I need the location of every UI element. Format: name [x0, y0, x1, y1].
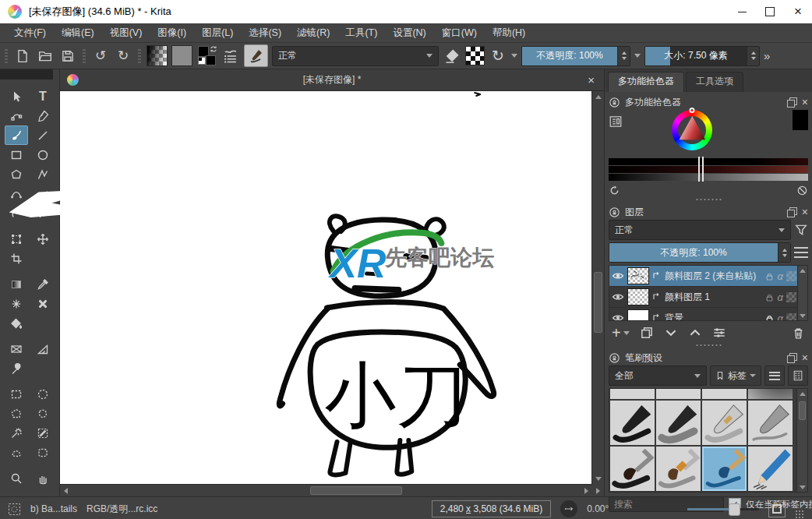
brush-preset-tile[interactable]: [702, 388, 747, 399]
color-bar-3[interactable]: [609, 174, 808, 181]
layer-options-menu-icon[interactable]: [794, 247, 808, 258]
tool-bezier-curve[interactable]: [5, 184, 28, 203]
tool-pan[interactable]: [31, 468, 55, 488]
docker-lock-icon[interactable]: [609, 352, 620, 364]
layer-row[interactable]: 背景 α: [609, 308, 807, 321]
docker-lock-icon[interactable]: [609, 207, 620, 218]
alpha-lock-icon[interactable]: α: [778, 270, 783, 282]
tool-polygon[interactable]: [5, 164, 28, 184]
scroll-up-arrow[interactable]: [798, 266, 807, 275]
eraser-mode-button[interactable]: [443, 47, 461, 65]
close-docker-icon[interactable]: ×: [802, 97, 808, 108]
inherit-alpha-icon[interactable]: [786, 271, 796, 281]
duplicate-layer-button[interactable]: [640, 326, 654, 340]
zoom-slider[interactable]: [687, 503, 759, 515]
brush-preset-tile[interactable]: [656, 401, 701, 445]
tool-fill[interactable]: [5, 313, 28, 333]
float-docker-icon[interactable]: [787, 97, 797, 108]
open-file-button[interactable]: [36, 47, 55, 65]
tab-advanced-color-selector[interactable]: 多功能拾色器: [608, 72, 684, 92]
scroll-up-arrow[interactable]: [592, 91, 604, 103]
float-docker-icon[interactable]: [787, 207, 797, 217]
save-button[interactable]: [58, 47, 77, 65]
scroll-left-arrow[interactable]: [60, 485, 72, 496]
tab-tool-options[interactable]: 工具选项: [686, 72, 743, 92]
tool-magnetic-select[interactable]: [31, 443, 55, 462]
tool-smart-patch[interactable]: [31, 294, 55, 313]
layer-row[interactable]: 颜料图层 2 (来自粘贴) α: [609, 266, 807, 287]
tool-calligraphy[interactable]: [31, 106, 55, 125]
tool-similar-color-select[interactable]: [5, 423, 28, 443]
brush-detail-label[interactable]: b) Ba...tails: [30, 503, 77, 514]
tool-ellipse-select[interactable]: [31, 384, 55, 404]
vertical-scroll-thumb[interactable]: [594, 272, 602, 333]
filter-funnel-icon[interactable]: [794, 223, 808, 237]
new-file-button[interactable]: [13, 47, 32, 65]
reload-preset-button[interactable]: ↻: [489, 47, 507, 65]
color-bar-1[interactable]: [609, 158, 808, 165]
chevron-down-icon[interactable]: [634, 54, 641, 58]
canvas-rotation-button[interactable]: [560, 500, 577, 517]
tool-reference-images[interactable]: [5, 358, 28, 378]
opacity-slider[interactable]: 不透明度: 100%: [521, 46, 630, 66]
brush-preset-tile[interactable]: [610, 401, 655, 445]
layer-properties-button[interactable]: [712, 326, 726, 340]
tool-gradient[interactable]: [5, 274, 28, 294]
zoom-slider-thumb[interactable]: [729, 503, 740, 516]
redo-button[interactable]: ↻: [114, 47, 132, 65]
close-button[interactable]: ×: [784, 0, 812, 23]
edit-brush-settings-button[interactable]: [244, 44, 268, 67]
alpha-lock-icon[interactable]: α: [778, 291, 783, 303]
color-bar-2[interactable]: [609, 166, 808, 173]
brush-size-slider[interactable]: 大小: 7.50 像素: [644, 46, 760, 66]
visibility-eye-icon[interactable]: [612, 312, 624, 321]
toolbar-grip[interactable]: [83, 49, 86, 63]
layer-blending-dropdown[interactable]: 正常: [609, 220, 791, 240]
refresh-icon[interactable]: [609, 185, 620, 196]
lock-icon[interactable]: [764, 271, 775, 281]
menu-filter[interactable]: 滤镜(R): [289, 25, 337, 41]
menu-file[interactable]: 文件(F): [6, 25, 54, 41]
size-spinner[interactable]: [747, 47, 759, 65]
move-layer-up-button[interactable]: [688, 326, 702, 340]
tool-rectangle[interactable]: [5, 145, 28, 164]
color-wheel[interactable]: [672, 110, 712, 150]
tool-zoom[interactable]: [5, 468, 28, 488]
brush-filter-dropdown[interactable]: 全部: [609, 365, 707, 386]
vertical-scrollbar[interactable]: [591, 91, 604, 485]
brush-preset-tile[interactable]: [748, 388, 793, 399]
brush-preset-tile[interactable]: [702, 401, 747, 445]
move-layer-down-button[interactable]: [664, 326, 678, 340]
brush-options-button[interactable]: [221, 47, 240, 65]
toolbar-overflow-button[interactable]: »: [764, 50, 770, 62]
scroll-down-arrow[interactable]: [798, 311, 807, 320]
float-docker-icon[interactable]: [787, 353, 797, 363]
menu-edit[interactable]: 编辑(E): [54, 25, 102, 41]
layer-thumbnail[interactable]: [627, 267, 649, 284]
layer-list-scrollbar[interactable]: [797, 266, 807, 320]
display-mode-button[interactable]: [788, 365, 808, 386]
brush-preset-tile[interactable]: [610, 447, 655, 491]
color-profile-label[interactable]: RGB/透明...rc.icc: [86, 503, 157, 516]
blending-mode-dropdown[interactable]: 正常: [272, 46, 439, 66]
visibility-eye-icon[interactable]: [612, 291, 624, 303]
scroll-down-arrow[interactable]: [797, 482, 807, 492]
delete-layer-button[interactable]: [792, 327, 805, 340]
tool-color-sampler[interactable]: [31, 274, 55, 294]
pattern-swatch[interactable]: [171, 45, 192, 66]
tool-assistants[interactable]: [5, 339, 28, 358]
layer-thumbnail[interactable]: [627, 288, 649, 305]
lock-icon[interactable]: [764, 313, 775, 322]
menu-select[interactable]: 选择(S): [241, 25, 289, 41]
visibility-eye-icon[interactable]: [612, 270, 624, 282]
tool-ellipse[interactable]: [31, 145, 55, 164]
close-docker-icon[interactable]: ×: [802, 207, 808, 217]
toolbar-grip[interactable]: [138, 49, 141, 63]
brush-preset-tile[interactable]: [656, 388, 701, 399]
maximize-button[interactable]: [756, 0, 784, 23]
brush-preset-tile-selected[interactable]: [702, 447, 747, 491]
menu-help[interactable]: 帮助(H): [485, 25, 533, 41]
brush-preset-tile[interactable]: [748, 447, 793, 491]
minimize-button[interactable]: [728, 0, 756, 23]
menu-view[interactable]: 视图(V): [102, 25, 150, 41]
